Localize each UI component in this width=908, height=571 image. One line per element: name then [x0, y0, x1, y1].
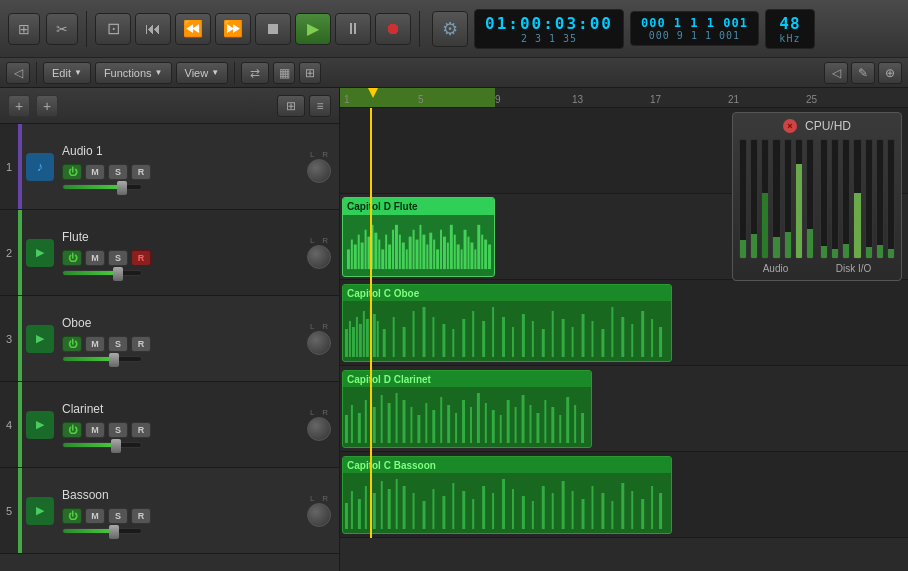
svg-rect-116 — [358, 499, 361, 529]
functions-menu-btn[interactable]: Functions ▼ — [95, 62, 172, 84]
transport-record-btn[interactable]: ⏺ — [375, 13, 411, 45]
arrange-btn[interactable]: ▦ — [273, 62, 295, 84]
svg-rect-125 — [432, 489, 434, 529]
connect-btn[interactable]: ⇄ — [241, 62, 269, 84]
svg-rect-17 — [406, 249, 408, 269]
solo-btn-1[interactable]: S — [108, 164, 128, 180]
grid-btn[interactable]: ⊞ — [299, 62, 321, 84]
track-lane-5[interactable]: Capitol C Bassoon — [340, 452, 908, 538]
record-btn-1[interactable]: R — [131, 164, 151, 180]
svg-rect-31 — [454, 235, 456, 269]
edit-menu-btn[interactable]: Edit ▼ — [43, 62, 91, 84]
add-track-btn[interactable]: + — [8, 95, 30, 117]
transport-forward-btn[interactable]: ⏩ — [215, 13, 251, 45]
transport-pause-btn[interactable]: ⏸ — [335, 13, 371, 45]
transport-loop-btn[interactable]: ⊡ — [95, 13, 131, 45]
track-number-3: 3 — [0, 296, 18, 381]
solo-btn-5[interactable]: S — [108, 508, 128, 524]
record-btn-5[interactable]: R — [131, 508, 151, 524]
fader-3[interactable] — [62, 356, 142, 362]
region-flute[interactable]: Capitol D Flute — [342, 197, 495, 277]
back-arrow-btn[interactable]: ◁ — [6, 62, 30, 84]
bpm-value: 48 — [779, 14, 800, 33]
cpu-close-btn[interactable]: × — [783, 119, 797, 133]
fader-knob-5[interactable] — [109, 525, 119, 539]
mute-btn-5[interactable]: M — [85, 508, 105, 524]
pan-knob-4[interactable] — [307, 417, 331, 441]
pan-knob-2[interactable] — [307, 245, 331, 269]
tracks-sort-btn[interactable]: ≡ — [309, 95, 331, 117]
track-lane-3[interactable]: Capitol C Oboe — [340, 280, 908, 366]
tracks-config-btn[interactable]: ⊞ — [277, 95, 305, 117]
fader-knob-1[interactable] — [117, 181, 127, 195]
track-icon-audio-1[interactable]: ♪ — [26, 153, 54, 181]
power-btn-2[interactable]: ⏻ — [62, 250, 82, 266]
svg-rect-24 — [429, 233, 432, 269]
bpm-display: 48 kHz — [765, 9, 815, 49]
mute-btn-1[interactable]: M — [85, 164, 105, 180]
add-folder-btn[interactable]: + — [36, 95, 58, 117]
fader-knob-4[interactable] — [111, 439, 121, 453]
fader-5[interactable] — [62, 528, 142, 534]
record-btn-2[interactable]: R — [131, 250, 151, 266]
ruler-mark-25: 25 — [806, 94, 817, 105]
transport-stop-btn[interactable]: ⏹ — [255, 13, 291, 45]
right-btn1[interactable]: ◁ — [824, 62, 848, 84]
fader-4[interactable] — [62, 442, 142, 448]
svg-rect-66 — [522, 314, 525, 357]
cpu-header: × CPU/HD — [739, 119, 895, 133]
power-btn-4[interactable]: ⏻ — [62, 422, 82, 438]
svg-rect-113 — [581, 413, 584, 443]
scissors-btn[interactable]: ✂ — [46, 13, 78, 45]
settings-gear-btn[interactable]: ⚙ — [432, 11, 468, 47]
svg-rect-42 — [345, 329, 348, 357]
power-btn-5[interactable]: ⏻ — [62, 508, 82, 524]
track-buttons-2: ⏻ M S R — [62, 250, 295, 266]
ruler-playhead — [368, 88, 378, 98]
mute-btn-2[interactable]: M — [85, 250, 105, 266]
pan-knob-5[interactable] — [307, 503, 331, 527]
svg-rect-41 — [488, 245, 491, 270]
pan-knob-3[interactable] — [307, 331, 331, 355]
svg-rect-110 — [559, 415, 561, 443]
solo-btn-4[interactable]: S — [108, 422, 128, 438]
track-lane-4[interactable]: Capitol D Clarinet — [340, 366, 908, 452]
mixer-btn[interactable]: ⊞ — [8, 13, 40, 45]
record-btn-4[interactable]: R — [131, 422, 151, 438]
record-btn-3[interactable]: R — [131, 336, 151, 352]
solo-btn-3[interactable]: S — [108, 336, 128, 352]
region-oboe[interactable]: Capitol C Oboe — [342, 284, 672, 362]
transport-play-btn[interactable]: ▶ — [295, 13, 331, 45]
mute-btn-4[interactable]: M — [85, 422, 105, 438]
transport-rewind-btn[interactable]: ⏪ — [175, 13, 211, 45]
ruler-mark-1: 1 — [344, 94, 350, 105]
track-icon-instrument-5[interactable]: ▶ — [26, 497, 54, 525]
track-knob-area-4: LR — [299, 408, 339, 441]
sep3 — [36, 62, 37, 84]
fader-knob-3[interactable] — [109, 353, 119, 367]
svg-rect-57 — [432, 317, 434, 357]
solo-btn-2[interactable]: S — [108, 250, 128, 266]
fader-knob-2[interactable] — [113, 267, 123, 281]
transport-back-btn[interactable]: ⏮ — [135, 13, 171, 45]
region-bassoon[interactable]: Capitol C Bassoon — [342, 456, 672, 534]
power-btn-3[interactable]: ⏻ — [62, 336, 82, 352]
playhead — [370, 108, 372, 538]
ruler-mark-9: 9 — [495, 94, 501, 105]
track-icon-instrument-3[interactable]: ▶ — [26, 325, 54, 353]
fader-1[interactable] — [62, 184, 142, 190]
pan-knob-1[interactable] — [307, 159, 331, 183]
track-icon-instrument-4[interactable]: ▶ — [26, 411, 54, 439]
track-buttons-3: ⏻ M S R — [62, 336, 295, 352]
region-clarinet[interactable]: Capitol D Clarinet — [342, 370, 592, 448]
mute-btn-3[interactable]: M — [85, 336, 105, 352]
tracks-scroll[interactable]: Capitol D Flute — [340, 108, 908, 571]
right-btn2[interactable]: ✎ — [851, 62, 875, 84]
view-menu-btn[interactable]: View ▼ — [176, 62, 229, 84]
track-name-1: Audio 1 — [62, 144, 295, 158]
svg-rect-23 — [426, 245, 428, 270]
track-icon-instrument-2[interactable]: ▶ — [26, 239, 54, 267]
fader-2[interactable] — [62, 270, 142, 276]
power-btn-1[interactable]: ⏻ — [62, 164, 82, 180]
right-btn3[interactable]: ⊕ — [878, 62, 902, 84]
